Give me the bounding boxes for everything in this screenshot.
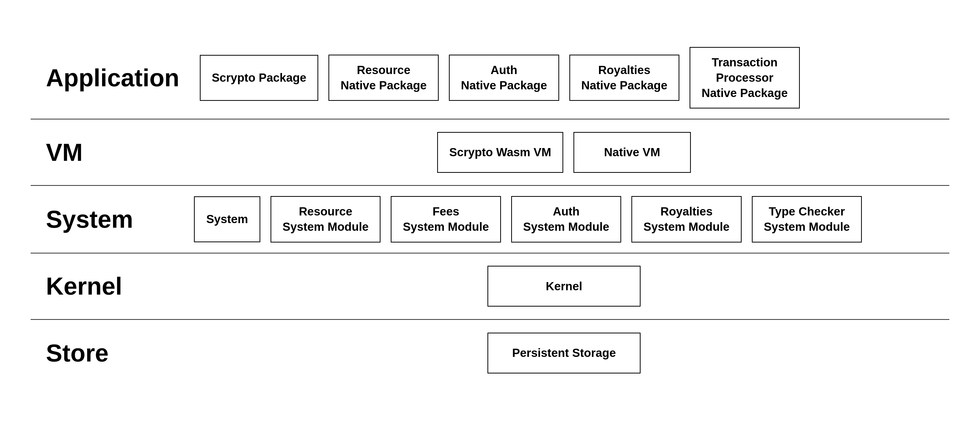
box-fees-system-module: FeesSystem Module — [391, 196, 501, 243]
layer-label-vm: VM — [46, 138, 173, 167]
architecture-diagram: ApplicationScrypto PackageResourceNative… — [30, 37, 950, 386]
box-native-vm: Native VM — [573, 132, 691, 173]
layer-application: ApplicationScrypto PackageResourceNative… — [30, 37, 950, 119]
box-scrypto-package: Scrypto Package — [200, 55, 318, 101]
box-royalties-native-package: RoyaltiesNative Package — [570, 55, 679, 101]
box-resource-native-package: ResourceNative Package — [328, 55, 439, 101]
box-type-checker-system-module: Type CheckerSystem Module — [752, 196, 862, 243]
box-persistent-storage: Persistent Storage — [487, 332, 641, 374]
layer-label-application: Application — [46, 64, 180, 92]
layer-boxes-vm: Scrypto Wasm VMNative VM — [194, 132, 934, 173]
box-auth-native-package: AuthNative Package — [449, 55, 559, 101]
box-system: System — [194, 196, 260, 242]
layer-store: StorePersistent Storage — [30, 320, 950, 386]
layer-system: SystemSystemResourceSystem ModuleFeesSys… — [30, 186, 950, 253]
layer-boxes-application: Scrypto PackageResourceNative PackageAut… — [200, 47, 934, 108]
box-scrypto-wasm-vm: Scrypto Wasm VM — [437, 132, 563, 173]
layer-label-store: Store — [46, 339, 173, 367]
box-resource-system-module: ResourceSystem Module — [270, 196, 380, 243]
box-royalties-system-module: RoyaltiesSystem Module — [632, 196, 741, 243]
layer-vm: VMScrypto Wasm VMNative VM — [30, 119, 950, 186]
layer-label-kernel: Kernel — [46, 272, 173, 300]
box-kernel: Kernel — [487, 266, 641, 307]
layer-boxes-kernel: Kernel — [194, 266, 934, 307]
box-auth-system-module: AuthSystem Module — [511, 196, 621, 243]
layer-label-system: System — [46, 205, 173, 233]
layer-boxes-system: SystemResourceSystem ModuleFeesSystem Mo… — [194, 196, 934, 243]
layer-boxes-store: Persistent Storage — [194, 332, 934, 374]
box-transaction-processor-native-package: TransactionProcessorNative Package — [690, 47, 800, 108]
layer-kernel: KernelKernel — [30, 253, 950, 320]
